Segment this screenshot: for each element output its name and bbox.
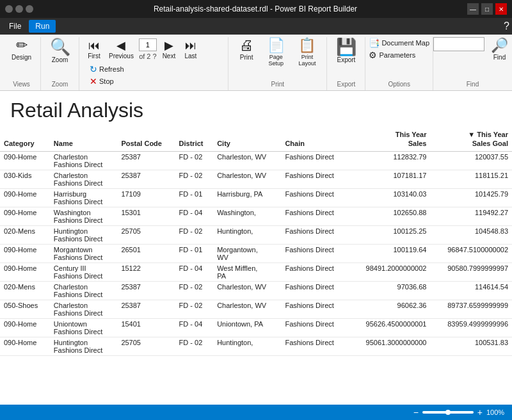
find-group-label: Find: [467, 79, 479, 88]
zoom-button[interactable]: 🔍 Zoom: [47, 37, 73, 65]
find-input[interactable]: [433, 37, 484, 51]
first-icon: ⏮: [88, 39, 100, 52]
menu-bar: File Run ?: [0, 18, 512, 35]
table-row: 090-HomeCharlestonFashions Direct25387FD…: [0, 151, 512, 170]
page-setup-icon: 📄: [268, 38, 285, 52]
last-button[interactable]: ⏭ Last: [181, 38, 200, 61]
table-cell: Fashions Direct: [281, 281, 349, 300]
table-cell: 118115.21: [430, 170, 512, 188]
col-header-postal[interactable]: Postal Code: [117, 127, 175, 151]
table-cell: 119492.27: [430, 207, 512, 225]
ribbon-group-print: 🖨 Print 📄 Page Setup 📋 Print Layout Prin…: [228, 37, 327, 90]
col-header-district[interactable]: District: [175, 127, 214, 151]
table-cell: 112832.79: [349, 151, 431, 170]
refresh-icon: ↻: [90, 64, 97, 74]
table-cell: 090-Home: [0, 188, 50, 207]
table-cell: 107181.17: [349, 170, 431, 188]
table-cell: Huntington,: [213, 337, 281, 355]
export-button[interactable]: 💾 Export: [333, 37, 359, 65]
table-cell: 090-Home: [0, 318, 50, 337]
table-cell: 090-Home: [0, 337, 50, 355]
table-cell: 96062.36: [349, 300, 431, 318]
print-layout-icon: 📋: [298, 38, 316, 52]
window-title: Retail-analysis-shared-dataset.rdl - Pow…: [44, 4, 467, 13]
zoom-in-button[interactable]: +: [476, 407, 484, 417]
maximize-button[interactable]: □: [481, 3, 493, 15]
table-cell: UniontownFashions Direct: [50, 318, 118, 337]
col-header-category[interactable]: Category: [0, 127, 50, 151]
table-cell: 100531.83: [430, 337, 512, 355]
table-row: 090-HomeUniontownFashions Direct15401FD …: [0, 318, 512, 337]
zoom-out-button[interactable]: −: [412, 407, 420, 417]
print-button[interactable]: 🖨 Print: [234, 37, 259, 62]
print-layout-button[interactable]: 📋 Print Layout: [292, 37, 321, 68]
table-cell: Century IIIFashions Direct: [50, 262, 118, 281]
table-cell: FD - 02: [175, 151, 214, 170]
table-row: 090-HomeMorgantownFashions Direct26501FD…: [0, 244, 512, 262]
table-cell: FD - 04: [175, 318, 214, 337]
design-button[interactable]: ✏ Design: [9, 37, 35, 62]
table-cell: Fashions Direct: [281, 207, 349, 225]
stop-button[interactable]: ✕ Stop: [87, 76, 127, 87]
table-cell: Charleston, WV: [213, 281, 281, 300]
status-bar: − + 100%: [0, 405, 512, 420]
report-area[interactable]: Retail Analysis Category Name Postal Cod…: [0, 91, 512, 405]
table-cell: 97036.68: [349, 281, 431, 300]
zoom-control: − + 100%: [412, 407, 507, 417]
table-cell: Fashions Direct: [281, 300, 349, 318]
table-cell: 25387: [117, 170, 175, 188]
table-cell: FD - 02: [175, 337, 214, 355]
col-header-name[interactable]: Name: [50, 127, 118, 151]
col-header-sales[interactable]: This YearSales: [349, 127, 431, 151]
table-cell: 25387: [117, 281, 175, 300]
table-cell: Fashions Direct: [281, 318, 349, 337]
table-cell: Fashions Direct: [281, 170, 349, 188]
col-header-goal[interactable]: ▼ This YearSales Goal: [430, 127, 512, 151]
col-header-chain[interactable]: Chain: [281, 127, 349, 151]
table-cell: Charleston, WV: [213, 151, 281, 170]
table-cell: CharlestonFashions Direct: [50, 170, 118, 188]
table-cell: Washington,: [213, 207, 281, 225]
table-cell: FD - 02: [175, 281, 214, 300]
report-title: Retail Analysis: [0, 91, 512, 127]
table-header-row: Category Name Postal Code District City …: [0, 127, 512, 151]
help-button[interactable]: ?: [504, 20, 509, 32]
find-button[interactable]: 🔎 Find: [487, 37, 513, 62]
close-button[interactable]: ✕: [495, 3, 507, 15]
table-cell: 090-Home: [0, 262, 50, 281]
parameters-button[interactable]: ⚙ Parameters: [366, 49, 432, 61]
table-cell: 26501: [117, 244, 175, 262]
page-setup-button[interactable]: 📄 Page Setup: [262, 37, 290, 68]
previous-button[interactable]: ◀ Previous: [106, 37, 136, 61]
table-cell: 090-Home: [0, 207, 50, 225]
table-cell: 114614.54: [430, 281, 512, 300]
table-cell: 25387: [117, 151, 175, 170]
next-button[interactable]: ▶ Next: [159, 37, 179, 61]
table-cell: 15401: [117, 318, 175, 337]
table-cell: CharlestonFashions Direct: [50, 151, 118, 170]
ribbon-group-find: 🔎 Find Find: [433, 37, 512, 90]
table-row: 090-HomeCentury IIIFashions Direct15122F…: [0, 262, 512, 281]
table-cell: CharlestonFashions Direct: [50, 281, 118, 300]
refresh-button[interactable]: ↻ Refresh: [87, 63, 127, 75]
table-cell: Fashions Direct: [281, 151, 349, 170]
content-area: Retail Analysis Category Name Postal Cod…: [0, 91, 512, 405]
first-button[interactable]: ⏮ First: [84, 38, 104, 61]
col-header-city[interactable]: City: [213, 127, 281, 151]
menu-run[interactable]: Run: [29, 20, 56, 33]
menu-file[interactable]: File: [3, 20, 28, 33]
table-cell: Charleston, WV: [213, 170, 281, 188]
table-cell: 89737.6599999999: [430, 300, 512, 318]
table-cell: Fashions Direct: [281, 225, 349, 244]
options-group-label: Options: [388, 79, 410, 88]
zoom-slider[interactable]: [422, 411, 474, 414]
prev-icon: ◀: [116, 38, 125, 52]
table-cell: WashingtonFashions Direct: [50, 207, 118, 225]
page-number-input[interactable]: [139, 38, 157, 51]
table-cell: 030-Kids: [0, 170, 50, 188]
minimize-button[interactable]: —: [467, 3, 479, 15]
document-map-button[interactable]: 📑 Document Map: [366, 37, 432, 49]
table-cell: MorgantownFashions Direct: [50, 244, 118, 262]
design-icon: ✏: [16, 38, 28, 52]
table-cell: HuntingtonFashions Direct: [50, 337, 118, 355]
